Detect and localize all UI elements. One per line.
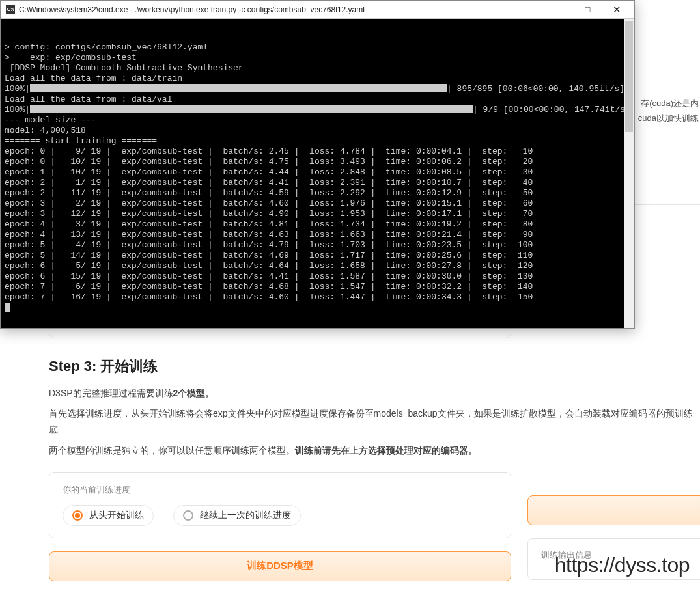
terminal-body[interactable]: > config: configs/combsub_vec768l12.yaml… [1, 19, 634, 328]
desc1b: 2个模型。 [173, 388, 215, 398]
radio-icon [183, 510, 193, 521]
desc3a: 两个模型的训练是独立的，你可以以任意顺序训练两个模型。 [49, 445, 295, 456]
radio-restart[interactable]: 从头开始训练 [63, 505, 154, 526]
radio-restart-label: 从头开始训练 [89, 510, 144, 521]
radio-continue-label: 继续上一次的训练进度 [200, 510, 291, 521]
terminal-window: C:\ C:\Windows\system32\cmd.exe - .\work… [0, 0, 635, 329]
step3-title: Step 3: 开始训练 [49, 357, 700, 376]
terminal-scrollbar[interactable] [624, 19, 634, 328]
watermark-url: https://dyss.top [555, 553, 690, 577]
terminal-titlebar[interactable]: C:\ C:\Windows\system32\cmd.exe - .\work… [1, 1, 634, 19]
train-ddsp-button[interactable]: 训练DDSP模型 [49, 551, 511, 581]
desc3b: 训练前请先在上方选择预处理对应的编码器。 [295, 445, 477, 456]
terminal-title: C:\Windows\system32\cmd.exe - .\workenv\… [19, 5, 544, 14]
scrollbar-thumb[interactable] [625, 21, 633, 132]
step3-desc-2: 首先选择训练进度，从头开始训练将会将exp文件夹中的对应模型进度保存备份至mod… [49, 405, 700, 438]
close-button[interactable]: ✕ [602, 1, 632, 19]
step3-desc-1: D3SP的完整推理过程需要训练2个模型。 [49, 385, 700, 402]
maximize-button[interactable]: □ [573, 1, 602, 19]
progress-panel-label: 你的当前训练进度 [63, 484, 497, 496]
minimize-button[interactable]: — [544, 1, 573, 19]
training-progress-panel: 你的当前训练进度 从头开始训练 继续上一次的训练进度 [49, 472, 511, 538]
radio-icon [72, 510, 83, 521]
step3-desc-3: 两个模型的训练是独立的，你可以以任意顺序训练两个模型。训练前请先在上方选择预处理… [49, 443, 700, 459]
cmd-icon: C:\ [6, 5, 15, 14]
desc1a: D3SP的完整推理过程需要训练 [49, 388, 173, 398]
train-right-button[interactable] [527, 495, 700, 525]
radio-continue[interactable]: 继续上一次的训练进度 [173, 505, 301, 526]
